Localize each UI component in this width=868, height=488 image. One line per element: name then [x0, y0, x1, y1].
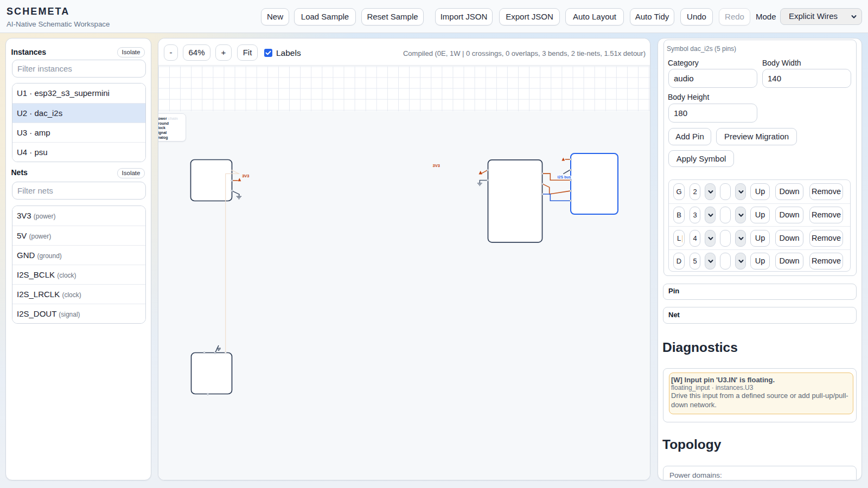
svg-text:3V3: 3V3 — [433, 163, 440, 168]
svg-text:3V3: 3V3 — [242, 174, 249, 178]
svg-text:I2S bus: I2S bus — [558, 175, 571, 179]
